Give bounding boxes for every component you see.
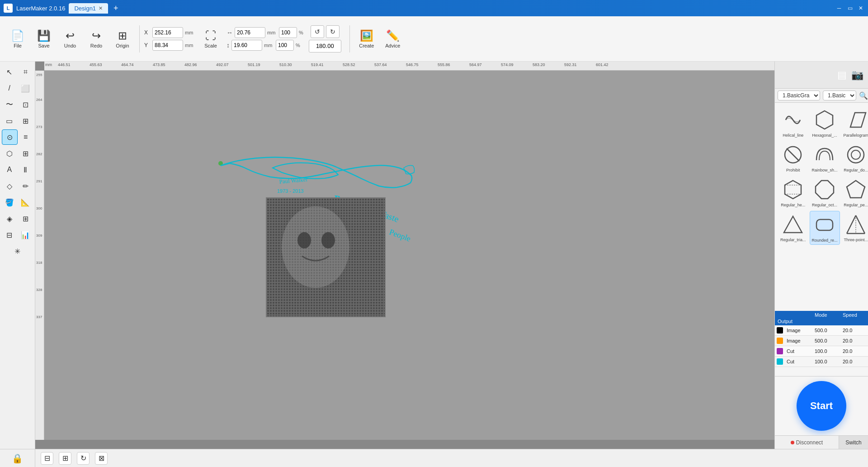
shape-item-regular-he[interactable]: Regular_he...	[778, 176, 808, 209]
left-tools: ↖ ⌗ / ⬜ 〜 ⊡ ▭ ⊞ ⊙ ≡ ⬡ ⊞ A Ⅱ ◇ ✏	[0, 62, 35, 449]
origin-btn[interactable]: ⊞ Origin	[110, 27, 135, 51]
angle-input[interactable]	[309, 40, 341, 52]
barcode-tool[interactable]: 📊	[18, 227, 33, 243]
svg-point-17	[848, 147, 864, 163]
shape-item-hexagonal[interactable]: Hexagonal_...	[810, 106, 840, 139]
shape-subcategory-select[interactable]: 1.Basic	[823, 91, 856, 100]
layer-spacer	[775, 367, 868, 376]
layer-row-0[interactable]: Image 500.0 20.0 👁	[775, 325, 868, 336]
shape-selectors: 1.BasicGra 1.Basic 🔍	[775, 89, 868, 103]
design-tab[interactable]: Design1 ✕	[69, 3, 108, 14]
shape-label-helical-line: Helical_line	[783, 133, 803, 138]
size-group: ↔ mm % ↕ mm %	[226, 27, 303, 51]
lock-icon[interactable]: 🔒	[12, 453, 23, 464]
design-canvas[interactable]: Paul Walker 1973 - 2013 Paul Wall Taste …	[44, 71, 774, 440]
y-input[interactable]	[152, 40, 183, 51]
line-tool[interactable]: /	[2, 81, 17, 96]
layer-row-3[interactable]: Cut 100.0 20.0 👁	[775, 357, 868, 367]
shape-item-parallelogram[interactable]: Parallelogram	[842, 106, 868, 139]
svg-point-18	[851, 150, 860, 159]
add-tab-btn[interactable]: +	[113, 4, 118, 13]
camera-icon[interactable]: 📷	[851, 69, 863, 81]
rotate-ccw-btn[interactable]: ↺	[311, 25, 324, 38]
ellipse-tool[interactable]: ⊙	[2, 129, 18, 145]
text2-tool[interactable]: Ⅱ	[18, 162, 33, 177]
shape-item-regular-tri[interactable]: Regular_tria...	[778, 211, 808, 245]
close-btn[interactable]: ✕	[857, 5, 864, 12]
shape-item-regular-oct[interactable]: Regular_oct...	[810, 176, 840, 209]
curve-tool[interactable]: 〜	[2, 97, 17, 112]
layer-row-2[interactable]: Cut 100.0 20.0 👁	[775, 346, 868, 357]
transform-tool-btn[interactable]: ⊞	[59, 452, 71, 465]
refresh-tool-btn[interactable]: ↻	[77, 452, 90, 465]
shape-label-regular-do: Regular_do...	[844, 168, 868, 172]
height-input[interactable]	[231, 40, 262, 51]
shape-item-three-point[interactable]: Three-point...	[842, 211, 868, 245]
eraser-tool[interactable]: ⬜	[18, 81, 33, 96]
canvas-area[interactable]: mm 446.51 455.63 464.74 473.85 482.96 49…	[35, 62, 774, 449]
fill-tool[interactable]: 🪣	[2, 195, 17, 210]
align-tool-btn[interactable]: ⊟	[41, 452, 53, 465]
text-tool[interactable]: A	[2, 162, 17, 177]
svg-line-16	[787, 148, 799, 161]
rotate-cw-btn[interactable]: ↻	[326, 25, 340, 38]
position-group: X mm Y mm	[144, 27, 195, 51]
layer-row-1[interactable]: Image 500.0 20.0 👁	[775, 336, 868, 346]
x-input[interactable]	[152, 27, 183, 38]
measure-tool[interactable]: 📐	[18, 195, 33, 210]
scale-btn[interactable]: ⛶ Scale	[198, 27, 223, 51]
array-tool[interactable]: ⊞	[18, 211, 33, 226]
prohibit-icon	[781, 143, 805, 167]
paint-tool[interactable]: ◇	[2, 178, 17, 194]
shape-category-select[interactable]: 1.BasicGra	[778, 91, 820, 100]
main-area: ↖ ⌗ / ⬜ 〜 ⊡ ▭ ⊞ ⊙ ≡ ⬡ ⊞ A Ⅱ ◇ ✏	[0, 62, 868, 449]
polygon-tool[interactable]: ⬡	[2, 146, 17, 161]
create-btn[interactable]: 🖼️ Create	[354, 27, 379, 51]
save-btn[interactable]: 💾 Save	[32, 27, 56, 51]
grid-view-btn[interactable]: ⊠	[95, 452, 108, 465]
file-btn[interactable]: 📄 File	[5, 27, 30, 51]
layer-header: Mode Speed Power Output	[775, 311, 868, 325]
shape-panel-icon[interactable]: ▤	[837, 69, 847, 81]
shape-label-hexagonal: Hexagonal_...	[812, 133, 837, 138]
shape-item-rounded-re[interactable]: Rounded_re...	[810, 211, 840, 245]
redo-btn[interactable]: ↪ Redo	[84, 27, 108, 51]
switch-button[interactable]: Switch	[839, 436, 868, 449]
disconnect-button[interactable]: Disconnect	[775, 436, 839, 449]
node2-tool[interactable]: ⊞	[18, 113, 33, 129]
rect-tool[interactable]: ▭	[2, 113, 17, 129]
shape-item-rainbow[interactable]: Rainbow_sh...	[810, 141, 840, 174]
panel-spacer	[775, 248, 868, 311]
shape-item-prohibit[interactable]: Prohibit	[778, 141, 808, 174]
maximize-btn[interactable]: ▭	[846, 5, 854, 12]
advice-btn[interactable]: ✏️ Advice	[381, 27, 405, 51]
pencil-tool[interactable]: ✏	[18, 178, 33, 194]
layer-color-2	[777, 348, 783, 354]
layer-tool[interactable]: ≡	[19, 129, 33, 145]
select-tool[interactable]: ↖	[2, 64, 17, 80]
close-tab-btn[interactable]: ✕	[99, 5, 103, 11]
shape-item-regular-pe[interactable]: Regular_pe...	[842, 176, 868, 209]
regular-oct-icon	[813, 178, 836, 201]
file-icon: 📄	[11, 29, 24, 42]
crop-tool[interactable]: ⊡	[18, 97, 33, 112]
minimize-btn[interactable]: ─	[835, 5, 843, 12]
height-pct-input[interactable]	[276, 40, 294, 51]
shape-panel-top: ▤ 📷	[775, 62, 868, 89]
shape-label-regular-oct: Regular_oct...	[812, 203, 837, 207]
layer-color-3	[777, 358, 783, 365]
canvas-content[interactable]: Paul Walker 1973 - 2013 Paul Wall Taste …	[44, 71, 774, 440]
svg-point-10	[321, 232, 335, 248]
width-input[interactable]	[235, 27, 265, 38]
node-tool[interactable]: ⌗	[18, 64, 33, 80]
shape-search-btn[interactable]: 🔍	[859, 91, 868, 100]
grid-tool[interactable]: ⊞	[18, 146, 33, 161]
undo-btn[interactable]: ↩ Undo	[58, 27, 82, 51]
spin-tool[interactable]: ✳	[2, 243, 33, 259]
trace-tool[interactable]: ◈	[2, 211, 17, 226]
table-tool[interactable]: ⊟	[2, 227, 17, 243]
shape-item-helical-line[interactable]: Helical_line	[778, 106, 808, 139]
shape-item-regular-do[interactable]: Regular_do...	[842, 141, 868, 174]
start-button[interactable]: Start	[797, 381, 846, 431]
width-pct-input[interactable]	[279, 27, 297, 38]
